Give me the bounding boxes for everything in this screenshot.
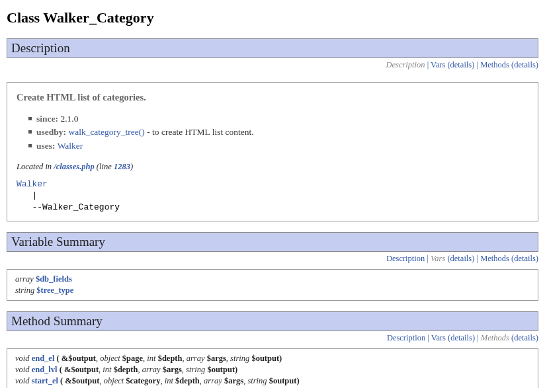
method-name-link[interactable]: start_el: [32, 376, 58, 385]
param-name: $args: [163, 365, 182, 374]
vars-box: array $db_fieldsstring $tree_type: [7, 269, 538, 301]
methods-box: void end_el ( &$output, object $page, in…: [7, 348, 538, 388]
tree-parent-link[interactable]: Walker: [17, 179, 48, 189]
tree-self: Walker_Category: [42, 202, 120, 212]
method-name-link[interactable]: end_el: [32, 354, 55, 363]
param-name: $output: [251, 354, 279, 363]
section-var-summary: Variable Summary Description | Vars (det…: [7, 232, 538, 301]
param-type: string: [247, 376, 269, 385]
method-return-type: void: [15, 365, 32, 374]
param-type: object: [100, 354, 122, 363]
page-title: Class Walker_Category: [7, 9, 538, 26]
meta-item: usedby: walk_category_tree() - to create…: [36, 126, 528, 139]
paren-close: ): [296, 376, 299, 385]
meta-link[interactable]: walk_category_tree(): [68, 127, 144, 137]
meta-label: uses:: [36, 141, 56, 151]
meta-label: usedby:: [36, 127, 66, 137]
nav-description-link2[interactable]: Description: [387, 333, 425, 342]
param-name: $depth: [175, 376, 200, 385]
param-type: array: [142, 365, 163, 374]
method-line: void end_lvl ( &$output, int $depth, arr…: [15, 364, 530, 375]
method-line: void end_el ( &$output, object $page, in…: [15, 353, 530, 364]
var-type: string: [15, 286, 36, 295]
param-type: int: [147, 354, 157, 363]
nav-vars-link2[interactable]: Vars: [431, 333, 446, 342]
method-return-type: void: [15, 376, 32, 385]
paren-close: ): [235, 365, 237, 374]
meta-text: 2.1.0: [60, 114, 78, 124]
nav-links-methods: Description | Vars (details) | Methods (…: [7, 333, 538, 343]
param-type: int: [103, 365, 113, 374]
inheritance-tree: Walker | --Walker_Category: [17, 178, 528, 214]
param-name: $output: [269, 376, 297, 385]
nav-methods-details-link3[interactable]: details: [514, 333, 536, 342]
param-name: $depth: [158, 354, 183, 363]
paren-close: ): [279, 354, 282, 363]
param-type: object: [104, 376, 126, 385]
method-line: void start_el ( &$output, object $catego…: [15, 375, 530, 387]
paren-open: (: [54, 354, 61, 363]
param-type: int: [165, 376, 175, 385]
param-type: string: [230, 354, 251, 363]
param-name: &$output: [65, 376, 99, 385]
nav-methods-disabled: Methods: [481, 333, 509, 342]
var-name-link[interactable]: $db_fields: [36, 274, 72, 284]
param-type: array: [187, 354, 207, 363]
param-name: $depth: [114, 365, 138, 374]
section-method-summary: Method Summary Description | Vars (detai…: [7, 311, 538, 388]
meta-label: since:: [36, 114, 58, 124]
method-name-link[interactable]: end_lvl: [32, 365, 58, 374]
nav-methods-details-link2[interactable]: details: [514, 254, 536, 263]
section-heading-vars: Variable Summary: [7, 232, 538, 252]
paren-open: (: [58, 365, 64, 374]
meta-text: - to create HTML list content.: [145, 127, 254, 137]
param-name: $output: [207, 365, 235, 374]
param-name: &$output: [62, 354, 96, 363]
nav-description-link[interactable]: Description: [386, 254, 425, 263]
var-line: string $tree_type: [15, 285, 530, 296]
param-name: $args: [207, 354, 226, 363]
var-type: array: [15, 274, 36, 284]
nav-vars-details-link[interactable]: details: [450, 60, 472, 69]
method-return-type: void: [15, 354, 32, 363]
description-lead: Create HTML list of categories.: [17, 92, 528, 103]
meta-item: since: 2.1.0: [36, 112, 528, 126]
nav-vars-details-link3[interactable]: details: [450, 333, 472, 342]
var-line: array $db_fields: [15, 274, 530, 285]
nav-methods-link[interactable]: Methods: [480, 60, 509, 69]
nav-vars-link[interactable]: Vars: [431, 60, 445, 69]
located-file-link[interactable]: /classes.php: [54, 162, 94, 171]
param-name: &$output: [64, 365, 99, 374]
section-heading-methods: Method Summary: [7, 311, 538, 331]
located-line-link[interactable]: 1283: [114, 162, 130, 171]
meta-item: uses: Walker: [36, 139, 528, 153]
nav-methods-details-link[interactable]: details: [514, 60, 536, 69]
var-name-link[interactable]: $tree_type: [36, 286, 73, 295]
param-type: string: [186, 365, 207, 374]
description-box: Create HTML list of categories. since: 2…: [7, 82, 538, 221]
located-line: Located in /classes.php (line 1283): [17, 162, 528, 172]
section-heading-description: Description: [7, 38, 538, 58]
nav-links-vars: Description | Vars (details) | Methods (…: [7, 254, 538, 264]
nav-vars-details-link2[interactable]: details: [450, 254, 472, 263]
nav-methods-link2[interactable]: Methods: [480, 254, 509, 263]
nav-vars-disabled: Vars: [431, 254, 445, 263]
param-name: $category: [126, 376, 160, 385]
nav-links-description: Description | Vars (details) | Methods (…: [7, 60, 538, 70]
meta-link[interactable]: Walker: [58, 141, 83, 151]
nav-description-disabled: Description: [386, 60, 425, 69]
param-name: $args: [224, 376, 243, 385]
section-description: Description Description | Vars (details)…: [7, 38, 538, 221]
meta-list: since: 2.1.0usedby: walk_category_tree()…: [17, 112, 528, 153]
param-type: array: [204, 376, 224, 385]
paren-open: (: [58, 376, 65, 385]
param-name: $page: [122, 354, 143, 363]
